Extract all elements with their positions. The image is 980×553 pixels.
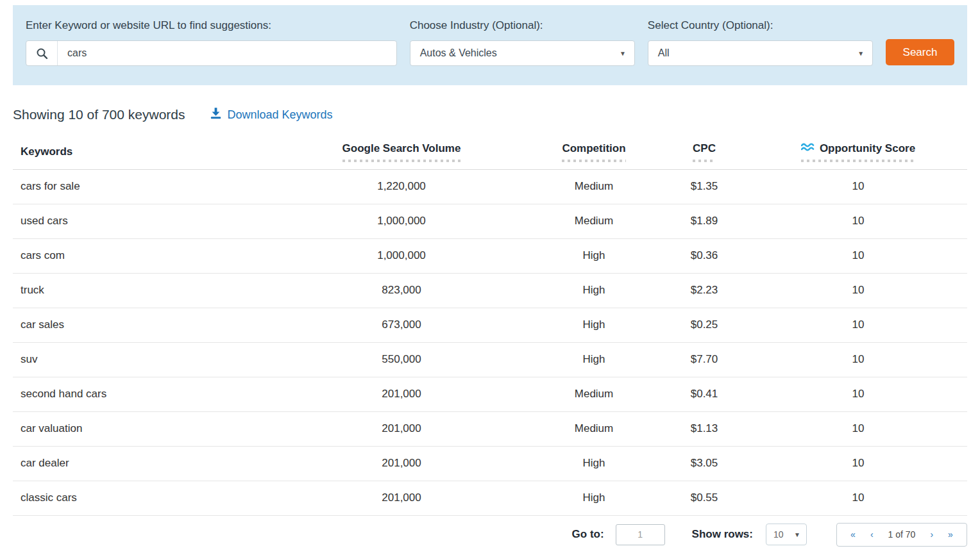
industry-select[interactable]: Autos & Vehicles ▼ bbox=[410, 40, 635, 66]
volume-cell: 201,000 bbox=[275, 446, 528, 481]
volume-cell: 201,000 bbox=[275, 377, 528, 411]
download-keywords-link[interactable]: Download Keywords bbox=[210, 107, 333, 122]
keyword-cell: car dealer bbox=[13, 446, 275, 481]
chevron-down-icon: ▼ bbox=[858, 50, 864, 57]
table-row: second hand cars 201,000 Medium $0.41 10 bbox=[13, 377, 967, 411]
column-header-competition[interactable]: Competition bbox=[528, 135, 659, 169]
waves-icon bbox=[801, 142, 815, 155]
keyword-cell: cars for sale bbox=[13, 169, 275, 204]
table-row: truck 823,000 High $2.23 10 bbox=[13, 273, 967, 308]
column-header-cpc[interactable]: CPC bbox=[659, 135, 749, 169]
score-cell: 10 bbox=[749, 273, 967, 308]
industry-label: Choose Industry (Optional): bbox=[410, 19, 635, 32]
keyword-cell: suv bbox=[13, 342, 275, 377]
keyword-cell: classic cars bbox=[13, 481, 275, 515]
show-rows-select[interactable]: 10 ▼ bbox=[766, 524, 807, 545]
score-cell: 10 bbox=[749, 169, 967, 204]
previous-page-button[interactable]: ‹ bbox=[870, 529, 874, 540]
keyword-input[interactable] bbox=[58, 41, 396, 65]
column-header-keywords: Keywords bbox=[13, 135, 275, 169]
volume-cell: 201,000 bbox=[275, 411, 528, 446]
competition-cell: Medium bbox=[528, 411, 659, 446]
show-rows-selected-value: 10 bbox=[773, 529, 784, 540]
cpc-cell: $1.35 bbox=[659, 169, 749, 204]
competition-cell: Medium bbox=[528, 204, 659, 238]
keyword-search-box bbox=[26, 40, 397, 66]
cpc-cell: $0.55 bbox=[659, 481, 749, 515]
keyword-cell: cars com bbox=[13, 238, 275, 273]
volume-cell: 1,220,000 bbox=[275, 169, 528, 204]
keyword-cell: truck bbox=[13, 273, 275, 308]
goto-label: Go to: bbox=[572, 528, 604, 541]
score-cell: 10 bbox=[749, 204, 967, 238]
pagination-control: « ‹ 1 of 70 › » bbox=[836, 523, 967, 547]
cpc-cell: $1.13 bbox=[659, 411, 749, 446]
chevron-down-icon: ▼ bbox=[794, 531, 800, 538]
country-label: Select Country (Optional): bbox=[648, 19, 873, 32]
table-row: car dealer 201,000 High $3.05 10 bbox=[13, 446, 967, 481]
volume-cell: 550,000 bbox=[275, 342, 528, 377]
industry-field-group: Choose Industry (Optional): Autos & Vehi… bbox=[410, 19, 635, 85]
table-header-row: Keywords Google Search Volume Competitio… bbox=[13, 135, 967, 169]
keyword-cell: used cars bbox=[13, 204, 275, 238]
next-page-button[interactable]: › bbox=[930, 529, 933, 540]
show-rows-label: Show rows: bbox=[692, 528, 753, 541]
country-select[interactable]: All ▼ bbox=[648, 40, 873, 66]
cpc-cell: $0.41 bbox=[659, 377, 749, 411]
table-row: car sales 673,000 High $0.25 10 bbox=[13, 308, 967, 342]
volume-cell: 823,000 bbox=[275, 273, 528, 308]
score-cell: 10 bbox=[749, 342, 967, 377]
keywords-table: Keywords Google Search Volume Competitio… bbox=[13, 135, 967, 516]
keyword-label: Enter Keyword or website URL to find sug… bbox=[26, 19, 397, 32]
download-link-label: Download Keywords bbox=[228, 108, 333, 122]
cpc-cell: $7.70 bbox=[659, 342, 749, 377]
column-header-search-volume[interactable]: Google Search Volume bbox=[275, 135, 528, 169]
score-cell: 10 bbox=[749, 377, 967, 411]
score-cell: 10 bbox=[749, 308, 967, 342]
search-panel: Enter Keyword or website URL to find sug… bbox=[13, 5, 967, 85]
score-cell: 10 bbox=[749, 481, 967, 515]
search-button[interactable]: Search bbox=[886, 39, 954, 65]
goto-page-input[interactable] bbox=[616, 524, 665, 545]
table-row: suv 550,000 High $7.70 10 bbox=[13, 342, 967, 377]
keyword-cell: second hand cars bbox=[13, 377, 275, 411]
table-footer: Go to: Show rows: 10 ▼ « ‹ 1 of 70 › » bbox=[13, 523, 967, 547]
country-selected-value: All bbox=[658, 47, 670, 59]
competition-cell: High bbox=[528, 308, 659, 342]
volume-cell: 1,000,000 bbox=[275, 204, 528, 238]
cpc-cell: $1.89 bbox=[659, 204, 749, 238]
volume-cell: 201,000 bbox=[275, 481, 528, 515]
competition-cell: High bbox=[528, 342, 659, 377]
table-row: cars com 1,000,000 High $0.36 10 bbox=[13, 238, 967, 273]
table-row: cars for sale 1,220,000 Medium $1.35 10 bbox=[13, 169, 967, 204]
competition-cell: High bbox=[528, 273, 659, 308]
score-cell: 10 bbox=[749, 446, 967, 481]
table-row: used cars 1,000,000 Medium $1.89 10 bbox=[13, 204, 967, 238]
cpc-cell: $0.36 bbox=[659, 238, 749, 273]
last-page-button[interactable]: » bbox=[948, 529, 953, 540]
score-cell: 10 bbox=[749, 238, 967, 273]
competition-cell: Medium bbox=[528, 377, 659, 411]
cpc-cell: $0.25 bbox=[659, 308, 749, 342]
score-cell: 10 bbox=[749, 411, 967, 446]
country-field-group: Select Country (Optional): All ▼ bbox=[648, 19, 873, 85]
column-header-opportunity-score[interactable]: Opportunity Score bbox=[749, 135, 967, 169]
download-icon bbox=[210, 107, 222, 122]
keyword-cell: car sales bbox=[13, 308, 275, 342]
competition-cell: Medium bbox=[528, 169, 659, 204]
keyword-cell: car valuation bbox=[13, 411, 275, 446]
competition-cell: High bbox=[528, 238, 659, 273]
page-status: 1 of 70 bbox=[888, 529, 916, 540]
cpc-cell: $3.05 bbox=[659, 446, 749, 481]
cpc-cell: $2.23 bbox=[659, 273, 749, 308]
competition-cell: High bbox=[528, 446, 659, 481]
keyword-field-group: Enter Keyword or website URL to find sug… bbox=[26, 19, 397, 85]
search-icon bbox=[26, 41, 58, 65]
industry-selected-value: Autos & Vehicles bbox=[420, 47, 497, 59]
volume-cell: 1,000,000 bbox=[275, 238, 528, 273]
chevron-down-icon: ▼ bbox=[620, 50, 626, 57]
table-row: car valuation 201,000 Medium $1.13 10 bbox=[13, 411, 967, 446]
first-page-button[interactable]: « bbox=[850, 529, 856, 540]
competition-cell: High bbox=[528, 481, 659, 515]
results-count-text: Showing 10 of 700 keywords bbox=[13, 107, 185, 122]
